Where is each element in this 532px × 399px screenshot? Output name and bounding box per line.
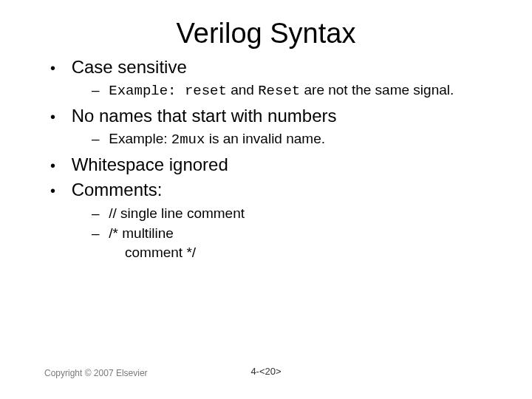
text: is an invalid name.: [205, 131, 325, 146]
bullet-comments: Comments: // single line comment /* mult…: [44, 178, 502, 262]
bullet-text: Case sensitive: [72, 57, 187, 77]
slide-content: Case sensitive Example: reset and Reset …: [0, 55, 532, 262]
text: /* multiline: [109, 225, 174, 241]
sub-bullet: Example: reset and Reset are not the sam…: [89, 81, 502, 101]
code-reset-upper: Reset: [258, 83, 300, 99]
example-label: Example:: [109, 83, 185, 99]
sub-list: // single line comment /* multiline comm…: [66, 204, 502, 262]
text-continuation: comment */: [125, 243, 502, 262]
example-label: Example:: [109, 131, 171, 146]
bullet-no-number-start: No names that start with numbers Example…: [44, 104, 502, 150]
bullet-text: Comments:: [72, 180, 163, 200]
bullet-case-sensitive: Case sensitive Example: reset and Reset …: [44, 55, 502, 101]
text: // single line comment: [109, 205, 245, 221]
sub-list: Example: 2mux is an invalid name.: [66, 129, 502, 150]
bullet-text: Whitespace ignored: [72, 154, 228, 174]
sub-bullet-multi-comment: /* multiline comment */: [89, 224, 502, 262]
sub-bullet: Example: 2mux is an invalid name.: [89, 129, 502, 150]
slide: Verilog Syntax Case sensitive Example: r…: [0, 0, 532, 399]
text: are not the same signal.: [300, 82, 454, 98]
page-number: 4-<20>: [0, 366, 532, 377]
sub-list: Example: reset and Reset are not the sam…: [66, 81, 502, 101]
bullet-whitespace: Whitespace ignored: [44, 153, 502, 177]
slide-title: Verilog Syntax: [0, 0, 532, 55]
bullet-text: No names that start with numbers: [72, 106, 337, 126]
code-reset-lower: reset: [185, 83, 227, 99]
bullet-list: Case sensitive Example: reset and Reset …: [44, 55, 502, 262]
code-2mux: 2mux: [171, 132, 205, 148]
text: and: [227, 82, 258, 98]
sub-bullet-single-comment: // single line comment: [89, 204, 502, 223]
